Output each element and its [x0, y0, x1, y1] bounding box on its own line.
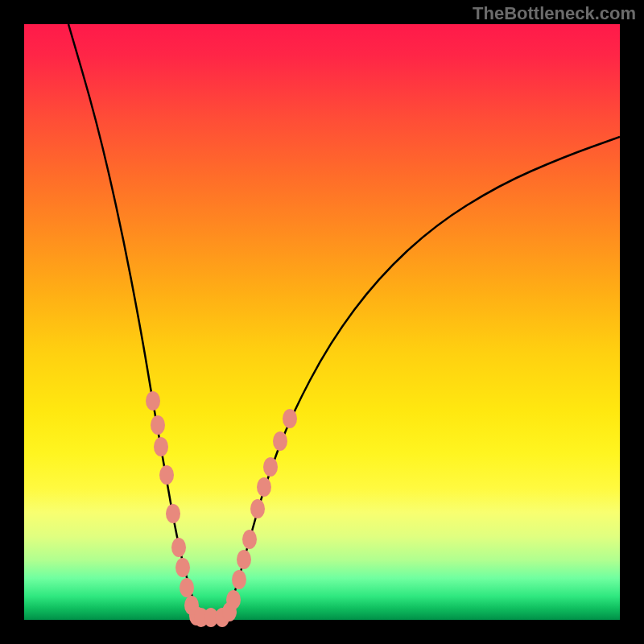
left-curve	[68, 24, 199, 616]
watermark-text: TheBottleneck.com	[473, 3, 636, 24]
data-point-right	[237, 550, 251, 569]
data-point-right	[257, 477, 271, 497]
data-point-left	[151, 415, 165, 435]
data-point-left	[166, 504, 180, 523]
data-point-right	[263, 457, 278, 477]
data-point-left	[180, 578, 194, 597]
data-point-right	[232, 570, 246, 589]
plot-gradient-background	[24, 24, 620, 620]
data-point-right	[226, 590, 241, 609]
data-point-right	[283, 409, 297, 428]
curve-svg	[24, 24, 620, 620]
data-point-right	[242, 530, 257, 549]
data-point-right	[273, 431, 287, 451]
data-point-left	[154, 437, 168, 456]
data-point-left	[175, 558, 190, 577]
data-point-left	[159, 465, 174, 485]
data-point-left	[146, 391, 160, 411]
data-point-right	[250, 499, 265, 518]
data-point-left	[171, 538, 186, 557]
right-curve	[227, 137, 620, 616]
